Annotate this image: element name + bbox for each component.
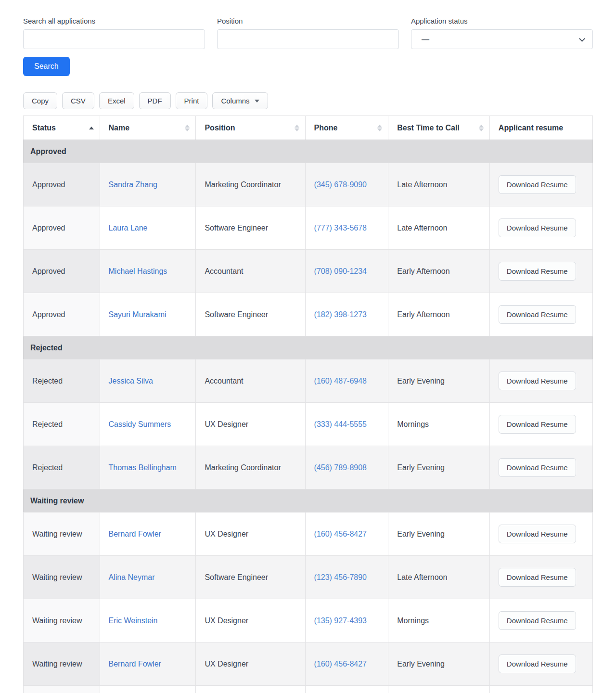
- applicant-name-link[interactable]: Bernard Fowler: [109, 660, 161, 668]
- phone-link[interactable]: (160) 456-8427: [314, 530, 367, 538]
- table-row: Waiting reviewBernard FowlerUX Designer(…: [24, 686, 593, 693]
- status-cell: Approved: [24, 163, 100, 206]
- position-label: Position: [217, 16, 399, 26]
- applicant-name-link[interactable]: Eric Weinstein: [109, 616, 158, 625]
- caret-down-icon: [255, 100, 259, 103]
- excel-button[interactable]: Excel: [99, 92, 134, 109]
- phone-link[interactable]: (182) 398-1273: [314, 310, 367, 319]
- resume-cell: Download Resume: [489, 446, 592, 489]
- table-row: Waiting reviewAlina NeymarSoftware Engin…: [24, 556, 593, 599]
- group-label: Waiting review: [24, 489, 593, 513]
- applicant-name-link[interactable]: Alina Neymar: [109, 573, 155, 581]
- columns-dropdown-label: Columns: [221, 97, 249, 105]
- resume-cell: Download Resume: [489, 293, 592, 336]
- applicant-name-link[interactable]: Sandra Zhang: [109, 180, 157, 189]
- chevron-down-icon: [579, 36, 585, 42]
- download-resume-button[interactable]: Download Resume: [499, 305, 576, 324]
- applicant-name-link[interactable]: Cassidy Summers: [109, 420, 171, 428]
- table-row: Waiting reviewBernard FowlerUX Designer(…: [24, 513, 593, 556]
- position-cell: Software Engineer: [196, 206, 305, 250]
- pdf-button[interactable]: PDF: [139, 92, 171, 109]
- best-time-cell: Early Evening: [388, 642, 490, 686]
- column-header-label: Status: [32, 124, 56, 132]
- name-cell: Sayuri Murakami: [100, 293, 196, 336]
- applicant-name-link[interactable]: Michael Hastings: [109, 267, 167, 275]
- search-label: Search all applications: [23, 16, 205, 26]
- phone-link[interactable]: (135) 927-4393: [314, 616, 367, 625]
- status-cell: Rejected: [24, 359, 100, 403]
- best-time-cell: Early Afternoon: [388, 293, 490, 336]
- resume-cell: Download Resume: [489, 642, 592, 686]
- download-resume-button[interactable]: Download Resume: [499, 568, 576, 587]
- position-cell: UX Designer: [196, 686, 305, 693]
- phone-link[interactable]: (160) 487-6948: [314, 377, 367, 385]
- download-resume-button[interactable]: Download Resume: [499, 262, 576, 281]
- sort-both-icon: [295, 125, 299, 131]
- phone-cell: (135) 927-4393: [305, 599, 388, 642]
- search-field-group: Search all applications: [23, 16, 205, 49]
- phone-link[interactable]: (708) 090-1234: [314, 267, 367, 275]
- phone-cell: (777) 343-5678: [305, 206, 388, 250]
- applicant-name-link[interactable]: Laura Lane: [109, 224, 148, 232]
- download-resume-button[interactable]: Download Resume: [499, 175, 576, 194]
- position-cell: UX Designer: [196, 513, 305, 556]
- status-cell: Approved: [24, 206, 100, 250]
- phone-cell: (333) 444-5555: [305, 403, 388, 446]
- status-field-group: Application status —: [411, 16, 593, 49]
- position-cell: Software Engineer: [196, 556, 305, 599]
- table-header-row: Status Name Position Phone Best Time to …: [24, 116, 593, 140]
- best-time-cell: Late Afternoon: [388, 163, 490, 206]
- applicant-name-link[interactable]: Bernard Fowler: [109, 530, 161, 538]
- group-header-row: Rejected: [24, 336, 593, 359]
- phone-link[interactable]: (456) 789-8908: [314, 463, 367, 472]
- sort-both-icon: [377, 125, 382, 131]
- download-resume-button[interactable]: Download Resume: [499, 372, 576, 390]
- name-cell: Laura Lane: [100, 206, 196, 250]
- phone-link[interactable]: (123) 456-7890: [314, 573, 367, 581]
- phone-link[interactable]: (777) 343-5678: [314, 224, 367, 232]
- print-button[interactable]: Print: [176, 92, 208, 109]
- best-time-cell: Early Evening: [388, 513, 490, 556]
- column-header-resume: Applicant resume: [489, 116, 592, 140]
- phone-cell: (160) 487-6948: [305, 359, 388, 403]
- download-resume-button[interactable]: Download Resume: [499, 525, 576, 543]
- copy-button[interactable]: Copy: [23, 92, 57, 109]
- table-row: RejectedCassidy SummersUX Designer(333) …: [24, 403, 593, 446]
- search-input[interactable]: [23, 29, 205, 49]
- name-cell: Jessica Silva: [100, 359, 196, 403]
- phone-link[interactable]: (333) 444-5555: [314, 420, 367, 428]
- group-label: Rejected: [24, 336, 593, 359]
- applicant-name-link[interactable]: Sayuri Murakami: [109, 310, 167, 319]
- download-resume-button[interactable]: Download Resume: [499, 654, 576, 673]
- phone-link[interactable]: (345) 678-9090: [314, 180, 367, 189]
- column-header-phone[interactable]: Phone: [305, 116, 388, 140]
- best-time-cell: Early Evening: [388, 686, 490, 693]
- phone-link[interactable]: (160) 456-8427: [314, 660, 367, 668]
- search-button[interactable]: Search: [23, 57, 70, 76]
- status-cell: Waiting review: [24, 599, 100, 642]
- applicant-name-link[interactable]: Thomas Bellingham: [109, 463, 177, 472]
- download-resume-button[interactable]: Download Resume: [499, 611, 576, 630]
- position-input[interactable]: [217, 29, 399, 49]
- column-header-position[interactable]: Position: [196, 116, 305, 140]
- download-resume-button[interactable]: Download Resume: [499, 415, 576, 434]
- position-cell: Marketing Coordinator: [196, 163, 305, 206]
- column-header-label: Applicant resume: [499, 124, 563, 132]
- application-status-select[interactable]: —: [411, 29, 593, 49]
- download-resume-button[interactable]: Download Resume: [499, 458, 576, 477]
- column-header-status[interactable]: Status: [24, 116, 100, 140]
- column-header-name[interactable]: Name: [100, 116, 196, 140]
- applicant-name-link[interactable]: Jessica Silva: [109, 377, 153, 385]
- status-cell: Waiting review: [24, 556, 100, 599]
- status-cell: Waiting review: [24, 513, 100, 556]
- status-cell: Waiting review: [24, 686, 100, 693]
- best-time-cell: Mornings: [388, 599, 490, 642]
- table-row: ApprovedSandra ZhangMarketing Coordinato…: [24, 163, 593, 206]
- column-header-best-time[interactable]: Best Time to Call: [388, 116, 490, 140]
- position-cell: Accountant: [196, 359, 305, 403]
- csv-button[interactable]: CSV: [62, 92, 94, 109]
- column-header-label: Name: [109, 124, 130, 132]
- position-cell: UX Designer: [196, 403, 305, 446]
- download-resume-button[interactable]: Download Resume: [499, 218, 576, 237]
- columns-dropdown-button[interactable]: Columns: [212, 92, 268, 109]
